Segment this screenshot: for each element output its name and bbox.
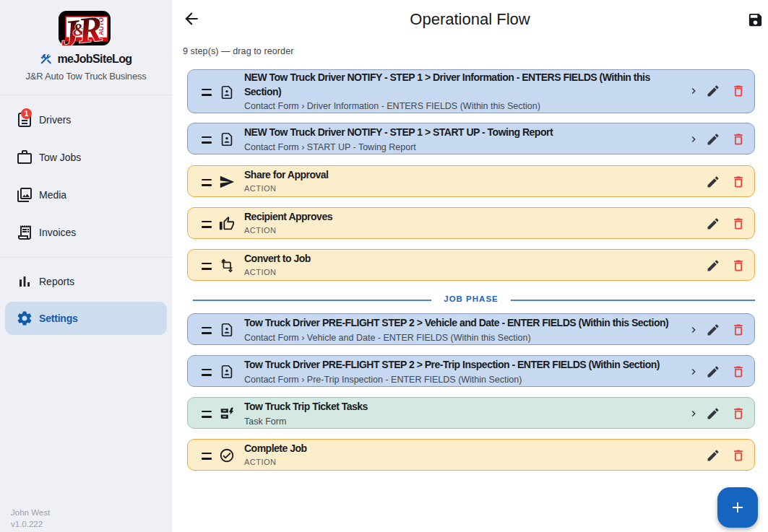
svg-text:R: R (76, 11, 105, 45)
